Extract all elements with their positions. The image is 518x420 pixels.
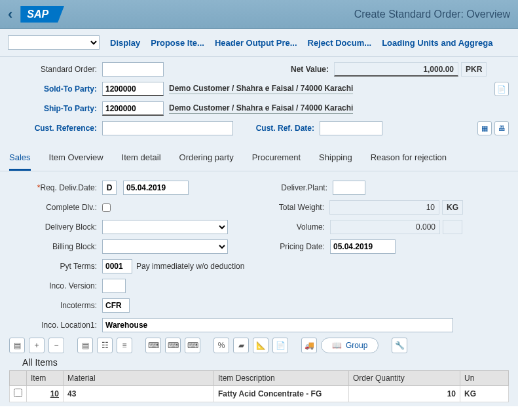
titlebar-left: ‹ SAP: [8, 6, 64, 23]
deliver-plant-input[interactable]: [333, 181, 365, 195]
window-titlebar: ‹ SAP Create Standard Order: Overview: [0, 0, 518, 29]
inco-location1-label: Inco. Location1:: [9, 321, 102, 330]
tab-sales[interactable]: Sales: [9, 152, 31, 171]
pricing-date-label: Pricing Date:: [258, 242, 330, 251]
all-items-title: All Items: [22, 357, 509, 368]
ship-to-label[interactable]: Ship-To Party:: [9, 104, 102, 113]
complete-dlv-label: Complete Dlv.:: [9, 203, 102, 212]
net-currency: PKR: [461, 62, 487, 77]
delivery-block-label: Delivery Block:: [9, 222, 102, 232]
sold-to-text: Demo Customer / Shahra e Faisal / 74000 …: [169, 84, 353, 94]
ship-to-input[interactable]: [102, 101, 164, 116]
cell-material[interactable]: 43: [64, 386, 214, 402]
inco-location1-input[interactable]: [102, 318, 453, 332]
transaction-dropdown[interactable]: [8, 35, 100, 50]
back-icon[interactable]: ‹: [8, 6, 12, 23]
col-material: Material: [64, 371, 214, 386]
row-checkbox[interactable]: [14, 389, 22, 397]
col2-icon[interactable]: ☷: [97, 338, 113, 353]
tab-strip: Sales Item Overview Item detail Ordering…: [0, 146, 518, 171]
incoterms-label: Incoterms:: [9, 301, 102, 310]
app-toolbar: Display Propose Ite... Header Output Pre…: [0, 29, 518, 57]
cust-ref-date-label[interactable]: Cust. Ref. Date:: [253, 124, 320, 133]
reject-docum-button[interactable]: Reject Docum...: [308, 38, 372, 48]
copy3-icon[interactable]: ⌨: [185, 338, 200, 353]
table-header-row: Item Material Item Description Order Qua…: [10, 371, 509, 386]
col3-icon[interactable]: ≡: [117, 338, 132, 353]
req-deliv-date-input[interactable]: [123, 181, 189, 195]
inco-version-label: Inco. Version:: [9, 281, 102, 290]
loading-units-button[interactable]: Loading Units and Aggrega: [382, 38, 492, 48]
cust-ref-date-input[interactable]: [320, 121, 382, 135]
inco-version-input[interactable]: [102, 279, 126, 293]
cell-qty[interactable]: 10: [349, 386, 460, 402]
volume-display: 0.000: [330, 220, 440, 234]
tab-shipping[interactable]: Shipping: [319, 152, 352, 171]
tab-procurement[interactable]: Procurement: [252, 152, 301, 171]
col-item: Item: [27, 371, 64, 386]
col-select: [10, 371, 27, 386]
tab-reason-rejection[interactable]: Reason for rejection: [371, 152, 447, 171]
display-button[interactable]: Display: [110, 38, 140, 48]
col-item-desc: Item Description: [214, 371, 349, 386]
items-toolbar: ▤ + − ▤ ☷ ≡ ⌨ ⌨ ⌨ % ▰ 📐 📄 🚚 📖 Group 🔧: [9, 338, 509, 353]
cust-ref-input[interactable]: [102, 121, 233, 135]
copy2-icon[interactable]: ⌨: [165, 338, 181, 353]
sold-to-input[interactable]: [102, 82, 164, 96]
pyt-terms-input[interactable]: [102, 259, 132, 273]
standard-order-input[interactable]: [102, 62, 164, 77]
cell-desc: Fatty Acid Concentrate - FG: [214, 386, 349, 402]
copy1-icon[interactable]: ⌨: [145, 338, 161, 353]
complete-dlv-checkbox[interactable]: [102, 203, 111, 212]
propose-items-button[interactable]: Propose Ite...: [151, 38, 204, 48]
group-button[interactable]: 📖 Group: [321, 338, 379, 353]
col-order-qty: Order Quantity: [349, 371, 460, 386]
col1-icon[interactable]: ▤: [77, 338, 93, 353]
volume-label: Volume:: [258, 222, 330, 232]
sold-to-label[interactable]: Sold-To Party:: [9, 84, 102, 94]
total-weight-unit: KG: [442, 200, 463, 215]
tab-item-detail[interactable]: Item detail: [122, 152, 161, 171]
note-icon[interactable]: 📄: [272, 338, 288, 353]
pyt-terms-text: Pay immediately w/o deduction: [136, 262, 244, 271]
wrench-icon[interactable]: 🔧: [392, 338, 407, 353]
cell-unit[interactable]: KG: [460, 386, 509, 402]
pyt-terms-label: Pyt Terms:: [9, 262, 102, 271]
detail2-icon[interactable]: ▰: [233, 338, 249, 353]
net-value-label: Net Value:: [275, 65, 334, 74]
total-weight-display: 10: [329, 200, 439, 215]
sap-logo: SAP: [20, 6, 64, 23]
delivery-block-select[interactable]: [102, 220, 228, 234]
flask-icon[interactable]: 📐: [253, 338, 268, 353]
volume-unit: [443, 220, 462, 234]
billing-block-select[interactable]: [102, 239, 228, 254]
truck-icon[interactable]: 🚚: [301, 338, 317, 353]
sales-tab-content: *Req. Deliv.Date: Deliver.Plant: Complet…: [0, 171, 518, 406]
items-table: Item Material Item Description Order Qua…: [9, 370, 509, 402]
cell-item[interactable]: 10: [27, 386, 64, 402]
header-detail-icon[interactable]: ▦: [477, 121, 492, 135]
header-form: Standard Order: Net Value: 1,000.00 PKR …: [0, 57, 518, 146]
total-weight-label: Total Weight:: [257, 203, 329, 212]
add-icon[interactable]: +: [29, 338, 45, 353]
ship-to-text: Demo Customer / Shahra e Faisal / 74000 …: [169, 103, 353, 114]
pricing-date-input[interactable]: [330, 239, 396, 254]
tab-ordering-party[interactable]: Ordering party: [179, 152, 234, 171]
incoterms-input[interactable]: [102, 298, 130, 313]
col-unit: Un: [460, 371, 509, 386]
table-row[interactable]: 10 43 Fatty Acid Concentrate - FG 10 KG: [10, 386, 509, 402]
print-icon[interactable]: 🖶: [494, 121, 509, 135]
req-deliv-type-input[interactable]: [102, 181, 117, 195]
document-icon[interactable]: 📄: [494, 82, 509, 96]
page-title: Create Standard Order: Overview: [354, 9, 510, 20]
req-deliv-date-label: *Req. Deliv.Date:: [9, 183, 102, 192]
tab-item-overview[interactable]: Item Overview: [49, 152, 103, 171]
billing-block-label: Billing Block:: [9, 242, 102, 251]
link-icon[interactable]: %: [213, 338, 229, 353]
header-output-button[interactable]: Header Output Pre...: [215, 38, 297, 48]
standard-order-label: Standard Order:: [9, 65, 102, 74]
cust-ref-label[interactable]: Cust. Reference:: [9, 124, 102, 133]
deliver-plant-label: Deliver.Plant:: [261, 183, 333, 192]
detail-icon[interactable]: ▤: [9, 338, 25, 353]
remove-icon[interactable]: −: [48, 338, 64, 353]
